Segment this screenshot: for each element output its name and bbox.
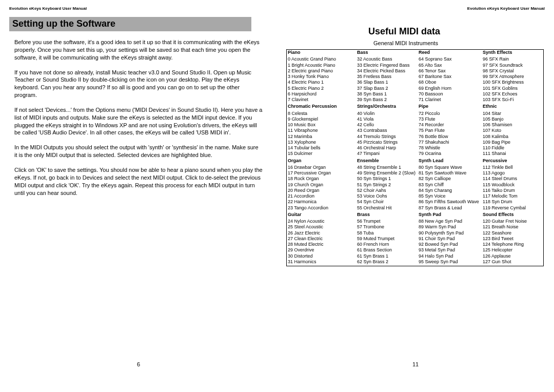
instrument-item: 88 New Age Syn Pad [419, 219, 481, 224]
instrument-item: 73 Flute [419, 116, 481, 122]
instrument-item: 51 Syn Strings 2 [357, 182, 417, 188]
instrument-item: 21 Accordion [288, 193, 355, 199]
instrument-item: 106 Shamisen [483, 122, 542, 128]
group-header: Percussive [482, 158, 543, 165]
group-header: Pipe [418, 104, 482, 110]
instrument-item: 6 Harpsichord [288, 91, 355, 97]
instrument-item: 12 Marimba [288, 134, 355, 140]
instrument-item: 97 SFX Soundtrack [483, 63, 542, 68]
group-header: Strings/Orchestra [356, 104, 418, 110]
instrument-item: 89 Warm Syn Pad [419, 224, 481, 230]
instrument-item: 126 Applause [483, 253, 542, 259]
instrument-item: 95 Sweep Syn Pad [419, 259, 481, 265]
instrument-item: 56 Trumpet [357, 219, 417, 224]
instrument-item: 40 Violin [357, 111, 417, 116]
midi-table: PianoBassReedSynth Effects0 Acoustic Gra… [286, 49, 544, 266]
instrument-item: 70 Bassoon [419, 91, 481, 97]
section-title: Setting up the Software [9, 17, 251, 31]
instrument-item: 84 Syn Charang [419, 188, 481, 193]
group-header: Synth Effects [482, 50, 543, 56]
instrument-item: 79 Ocarina [419, 151, 481, 156]
instrument-item: 90 Polysynth Syn Pad [419, 230, 481, 236]
instrument-column: 48 String Ensemble 149 String Ensemble 2… [356, 165, 418, 212]
instrument-item: 30 Distorted [288, 253, 355, 259]
instrument-column: 56 Trumpet57 Trombone58 Tuba59 Muted Tru… [356, 219, 418, 266]
instrument-column: 32 Acoustic Bass33 Electric Fingered Bas… [356, 56, 418, 104]
instrument-item: 65 Alto Sax [419, 63, 481, 68]
instrument-item: 78 Whistle [419, 145, 481, 151]
instrument-item: 75 Pan Flute [419, 128, 481, 133]
instrument-item: 22 Harmonica [288, 199, 355, 205]
instrument-item: 87 Syn Brass & Lead [419, 205, 481, 211]
instrument-item: 116 Taiko Drum [483, 188, 542, 193]
instrument-item: 120 Guitar Fret Noise [483, 219, 542, 224]
instrument-item: 34 Electric Picked Bass [357, 68, 417, 74]
instrument-item: 77 Shakuhachi [419, 140, 481, 145]
instrument-item: 110 Fiddle [483, 145, 542, 151]
instrument-item: 41 Viola [357, 116, 417, 122]
instrument-item: 98 SFX Crystal [483, 68, 542, 74]
instrument-item: 52 Choir Aahs [357, 188, 417, 193]
instrument-item: 25 Steel Acoustic [288, 224, 355, 230]
instrument-item: 81 Syn Sawtooth Wave [419, 170, 481, 176]
instrument-item: 54 Syn Choir [357, 199, 417, 205]
instrument-item: 122 Seashore [483, 230, 542, 236]
instrument-item: 24 Nylon Acoustic [288, 219, 355, 224]
instrument-item: 105 Banjo [483, 116, 542, 122]
instrument-item: 1 Bright Acoustic Piano [288, 63, 355, 68]
group-header: Chromatic Percussion [287, 104, 356, 110]
instrument-item: 101 SFX Goblins [483, 86, 542, 91]
instrument-item: 80 Syn Square Wave [419, 165, 481, 170]
right-title: Useful MIDI data [286, 26, 545, 37]
instrument-item: 61 Brass Section [357, 247, 417, 253]
paragraph: Click on 'OK' to save the settings. You … [14, 166, 263, 197]
instrument-item: 74 Recorder [419, 122, 481, 128]
instrument-item: 46 Orchestral Harp [357, 145, 417, 151]
instrument-item: 14 Tubular bells [288, 145, 355, 151]
instrument-item: 4 Electric Piano 1 [288, 80, 355, 85]
instrument-item: 121 Breath Noise [483, 224, 542, 230]
paragraph: Before you use the software, it's a good… [14, 38, 263, 62]
instrument-item: 76 Bottle Blow [419, 134, 481, 140]
group-header: Synth Lead [418, 158, 482, 165]
instrument-item: 109 Bag Pipe [483, 140, 542, 145]
group-header: Ethnic [482, 104, 543, 110]
instrument-item: 112 Tinkle Bell [483, 165, 542, 170]
paragraph: If you have not done so already, install… [14, 69, 263, 99]
instrument-item: 68 Oboe [419, 80, 481, 85]
instrument-item: 16 Drawbar Organ [288, 165, 355, 170]
instrument-item: 26 Jazz Electric [288, 230, 355, 236]
group-header: Ensemble [356, 158, 418, 165]
instrument-item: 123 Bird Tweet [483, 236, 542, 242]
instrument-column: 104 Sitar105 Banjo106 Shamisen107 Koto10… [482, 111, 543, 158]
right-subtitle: General MIDI Instruments [286, 40, 545, 46]
group-header: Brass [356, 212, 418, 219]
instrument-item: 15 Dulcimer [288, 151, 355, 156]
instrument-item: 20 Reed Organ [288, 188, 355, 193]
instrument-item: 71 Clarinet [419, 97, 481, 103]
instrument-item: 61 Syn Brass 1 [357, 253, 417, 259]
instrument-item: 36 Slap Bass 1 [357, 80, 417, 85]
instrument-item: 11 Vibraphone [288, 128, 355, 133]
left-page: Evolution eKeys Keyboard User Manual Set… [0, 0, 277, 392]
instrument-column: 120 Guitar Fret Noise121 Breath Noise122… [482, 219, 543, 266]
right-page: Evolution eKeys Keyboard User Manual Use… [277, 0, 554, 392]
instrument-item: 72 Piccolo [419, 111, 481, 116]
instrument-item: 38 Syn Bass 1 [357, 91, 417, 97]
instrument-item: 3 Honky Tonk Piano [288, 74, 355, 80]
instrument-item: 102 SFX Echoes [483, 91, 542, 97]
instrument-item: 82 Syn Calliope [419, 176, 481, 182]
page-number-left: 6 [137, 361, 140, 367]
instrument-item: 107 Koto [483, 128, 542, 133]
instrument-item: 19 Church Organ [288, 182, 355, 188]
instrument-item: 8 Celesta [288, 111, 355, 116]
instrument-column: 16 Drawbar Organ17 Percussive Organ18 Ro… [287, 165, 356, 212]
group-header: Organ [287, 158, 356, 165]
instrument-item: 2 Electric grand Piano [288, 68, 355, 74]
instrument-item: 86 Syn Fifths Sawtooth Wave [419, 199, 481, 205]
instrument-item: 13 Xylophone [288, 140, 355, 145]
instrument-column: 88 New Age Syn Pad89 Warm Syn Pad90 Poly… [418, 219, 482, 266]
paragraph: In the MIDI Outputs you should select th… [14, 144, 263, 159]
instrument-item: 69 English Horn [419, 86, 481, 91]
instrument-item: 100 SFX Brightness [483, 80, 542, 85]
